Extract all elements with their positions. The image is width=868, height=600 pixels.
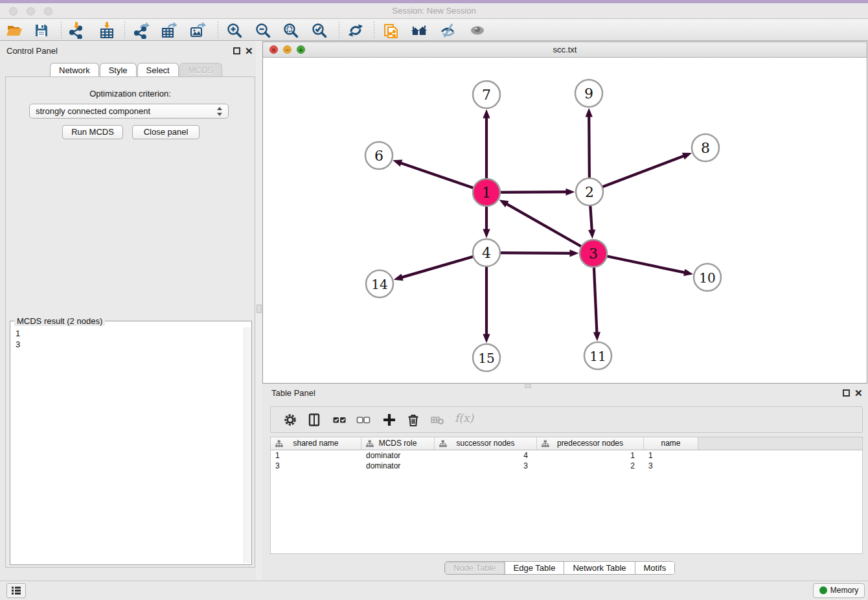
control-panel-close-icon[interactable]: ✕ xyxy=(245,47,253,54)
graph-edge-arrowhead xyxy=(393,160,402,167)
optimization-criterion-value: strongly connected component xyxy=(36,106,150,116)
toolbar-separator xyxy=(61,21,62,39)
mcds-result-list: 13 xyxy=(16,328,20,350)
graph-edge-arrowhead xyxy=(565,189,575,196)
zoom-fit-icon[interactable] xyxy=(282,22,299,39)
export-table-icon[interactable] xyxy=(161,22,177,39)
graph-edge-arrowhead xyxy=(483,110,490,119)
list-icon xyxy=(7,584,25,597)
column-header-mcds-role[interactable]: MCDS role xyxy=(361,437,435,450)
toolbar-separator xyxy=(124,21,125,39)
table-row[interactable]: 3dominator323 xyxy=(271,461,862,471)
column-header-predecessor-nodes[interactable]: predecessor nodes xyxy=(537,437,644,450)
zoom-in-icon[interactable] xyxy=(226,22,243,39)
column-header-shared-name[interactable]: shared name xyxy=(271,437,361,450)
graph-edge-3-1[interactable] xyxy=(506,203,593,253)
graph-edge-arrowhead xyxy=(588,229,595,238)
tab-edge-table[interactable]: Edge Table xyxy=(505,562,565,574)
table-panel-close-icon[interactable]: ✕ xyxy=(854,389,863,397)
cell-successor-nodes[interactable]: 3 xyxy=(435,461,537,471)
node-table-body: 1dominator4113dominator323 xyxy=(271,450,862,471)
task-history-button[interactable] xyxy=(6,583,26,598)
table-row[interactable]: 1dominator411 xyxy=(271,450,862,461)
memory-status-icon xyxy=(819,586,827,594)
network-view-title: scc.txt xyxy=(263,45,867,54)
column-header-label: successor nodes xyxy=(456,439,514,448)
open-session-icon[interactable] xyxy=(6,22,23,39)
tab-network[interactable]: Network xyxy=(50,63,99,77)
column-header-label: MCDS role xyxy=(379,439,417,448)
memory-button[interactable]: Memory xyxy=(813,583,865,598)
cell-name[interactable]: 1 xyxy=(644,450,698,461)
toolbar-separator xyxy=(339,21,339,39)
tab-motifs[interactable]: Motifs xyxy=(635,562,675,574)
select-all-rows-icon[interactable] xyxy=(332,413,347,427)
cell-name[interactable]: 3 xyxy=(644,461,698,471)
select-spinner-icon xyxy=(217,106,223,117)
cell-mcds-role[interactable]: dominator xyxy=(361,450,435,461)
control-panel-tabs: NetworkStyleSelectMCDS xyxy=(50,63,223,77)
clear-selection-icon[interactable] xyxy=(356,413,371,427)
graph-node-label-8: 8 xyxy=(701,140,710,156)
vertical-splitter-handle[interactable] xyxy=(257,305,262,313)
graph-node-label-11: 11 xyxy=(589,349,606,364)
table-options-icon[interactable] xyxy=(283,413,297,427)
run-mcds-button[interactable]: Run MCDS xyxy=(62,125,123,139)
graph-node-label-6: 6 xyxy=(374,148,383,164)
zoom-selected-icon[interactable] xyxy=(311,22,328,39)
zoom-out-icon[interactable] xyxy=(255,22,271,39)
show-columns-icon[interactable] xyxy=(307,413,321,427)
mcds-result-title: MCDS result (2 nodes) xyxy=(14,316,105,326)
node-table-header: shared nameMCDS rolesuccessor nodesprede… xyxy=(271,437,862,450)
cell-predecessor-nodes[interactable]: 1 xyxy=(537,450,644,461)
column-header-successor-nodes[interactable]: successor nodes xyxy=(435,437,537,450)
first-neighbors-icon[interactable] xyxy=(411,22,428,39)
cell-mcds-role[interactable]: dominator xyxy=(361,461,435,471)
tab-select[interactable]: Select xyxy=(137,63,179,77)
close-panel-button[interactable]: Close panel xyxy=(132,125,200,139)
import-table-icon[interactable] xyxy=(98,22,115,39)
optimization-criterion-select[interactable]: strongly connected component xyxy=(29,104,229,119)
cell-shared-name[interactable]: 1 xyxy=(271,450,361,461)
graph-edge-arrowhead xyxy=(499,200,509,207)
refresh-layout-icon[interactable] xyxy=(347,22,364,39)
result-scrollbar[interactable] xyxy=(244,327,251,563)
tab-style[interactable]: Style xyxy=(100,63,137,77)
network-view-titlebar[interactable]: × − + scc.txt xyxy=(263,42,867,58)
graph-node-label-2: 2 xyxy=(585,184,594,200)
node-table: shared nameMCDS rolesuccessor nodesprede… xyxy=(270,437,863,554)
control-panel-float-icon[interactable] xyxy=(233,47,240,54)
table-panel-float-icon[interactable] xyxy=(843,389,850,397)
column-header-label: name xyxy=(661,439,680,448)
mcds-result-value: 1 xyxy=(16,328,20,339)
graph-node-label-7: 7 xyxy=(482,87,491,103)
export-network-icon[interactable] xyxy=(133,22,150,39)
cell-predecessor-nodes[interactable]: 2 xyxy=(537,461,644,471)
save-session-icon[interactable] xyxy=(33,22,50,39)
graph-edge-2-8[interactable] xyxy=(589,156,685,192)
graph-edge-arrowhead xyxy=(593,332,600,341)
graph-edge-arrowhead xyxy=(569,249,578,257)
optimization-criterion-label: Optimization criterion: xyxy=(6,89,255,98)
tab-network-table[interactable]: Network Table xyxy=(564,562,635,574)
column-header-name[interactable]: name xyxy=(644,437,698,450)
import-network-icon[interactable] xyxy=(68,22,85,39)
window-title: Session: New Session xyxy=(0,6,868,16)
graph-edge-arrowhead xyxy=(483,334,490,343)
delete-rows-icon[interactable] xyxy=(406,413,420,427)
cell-shared-name[interactable]: 3 xyxy=(271,461,361,471)
graph-node-label-3: 3 xyxy=(589,246,598,262)
horizontal-splitter-handle[interactable] xyxy=(525,384,531,388)
graph-node-label-10: 10 xyxy=(699,270,715,286)
new-network-from-selection-icon[interactable] xyxy=(383,22,400,39)
add-row-icon[interactable] xyxy=(382,413,396,427)
hide-selected-icon[interactable] xyxy=(440,22,457,39)
tab-node-table[interactable]: Node Table xyxy=(445,562,505,574)
cell-successor-nodes[interactable]: 4 xyxy=(435,450,537,461)
window-titlebar: Session: New Session xyxy=(0,3,868,19)
toolbar-separator xyxy=(218,21,218,39)
export-image-icon[interactable] xyxy=(189,22,206,39)
graph-node-label-14: 14 xyxy=(371,277,387,292)
tab-mcds[interactable]: MCDS xyxy=(179,63,222,77)
network-canvas[interactable]: 7968124314101511 xyxy=(263,58,867,383)
